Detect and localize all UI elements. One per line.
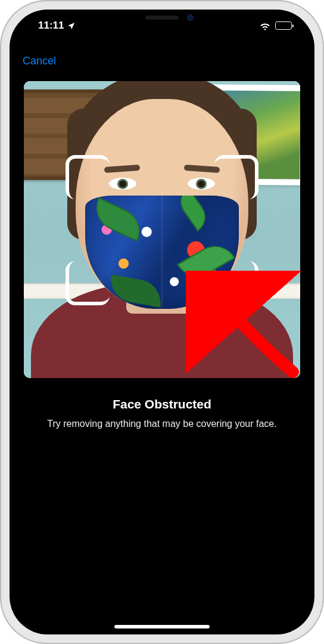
cancel-button[interactable]: Cancel [23, 51, 56, 71]
status-message: Face Obstructed Try removing anything th… [33, 397, 291, 431]
nav-bar: Cancel [10, 48, 314, 74]
status-title: Face Obstructed [33, 397, 291, 411]
eye-left [109, 178, 136, 190]
subject-person [24, 88, 300, 378]
screen: 11:11 Cancel [10, 10, 314, 634]
eyebrow-right [184, 165, 220, 173]
home-indicator[interactable] [114, 625, 210, 628]
location-services-icon [67, 21, 76, 30]
eye-right [188, 178, 215, 190]
device-frame: 11:11 Cancel [0, 0, 324, 644]
status-time: 11:11 [38, 20, 64, 32]
battery-icon [275, 21, 292, 30]
status-subtitle: Try removing anything that may be coveri… [33, 417, 291, 431]
camera-preview [24, 81, 300, 378]
wifi-icon [259, 21, 271, 30]
subject-face [76, 99, 248, 308]
eyebrow-left [104, 165, 141, 173]
display-notch [97, 10, 227, 30]
